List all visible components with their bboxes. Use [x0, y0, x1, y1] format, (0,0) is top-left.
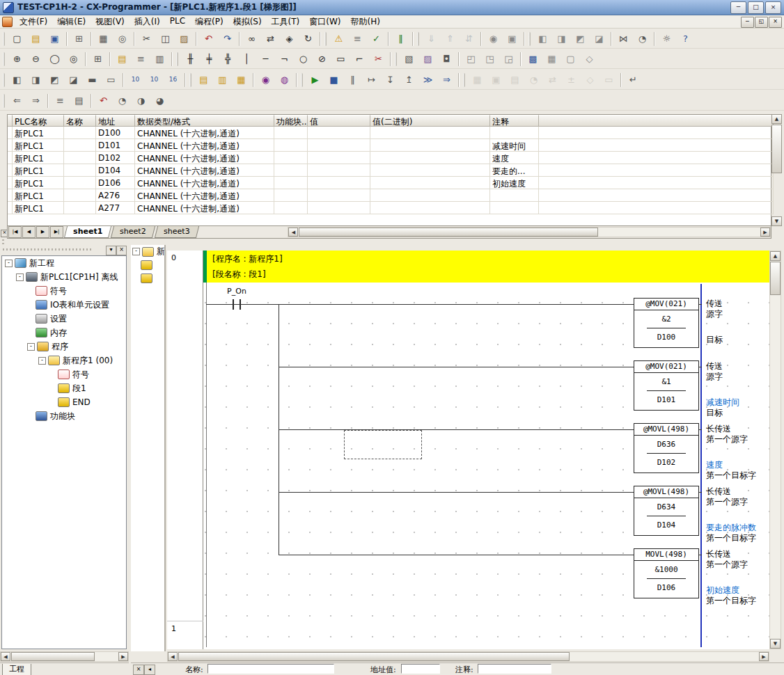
mini-tree-item[interactable]: -新 [131, 245, 164, 258]
watch-panel-grip[interactable]: × [0, 114, 7, 239]
io-table-view-button[interactable]: ▦ [543, 51, 560, 68]
watch-cell[interactable] [64, 202, 96, 214]
sheet-tab-sheet3[interactable]: sheet3 [155, 226, 199, 238]
sheet-tab-sheet2[interactable]: sheet2 [111, 226, 155, 238]
instruction-block[interactable]: @MOV(021)&2D100 [634, 298, 699, 348]
tree-horizontal-scrollbar[interactable]: ◀▶ [0, 651, 129, 662]
tree-expander[interactable]: - [16, 273, 24, 281]
watch-cell[interactable] [308, 152, 370, 164]
new-vertical-line-button[interactable]: │ [238, 51, 256, 68]
scrollbar-thumb[interactable] [11, 652, 95, 661]
watch-cell[interactable] [8, 202, 13, 214]
immediate-refresh-button[interactable]: ◕ [151, 93, 168, 109]
context-help-button[interactable]: ? [677, 31, 694, 47]
watch-cell[interactable] [64, 189, 96, 202]
tree-item[interactable]: 段1 [2, 381, 126, 395]
retrace-button[interactable]: ↻ [299, 31, 317, 47]
big-monitor-button[interactable]: ▩ [524, 51, 542, 68]
compare-programs-button[interactable]: ⊞ [70, 31, 88, 47]
minimize-button[interactable]: ─ [730, 1, 746, 14]
run-to-cursor-button[interactable]: ⇒ [438, 72, 455, 88]
watch-cell[interactable] [8, 164, 13, 177]
watch-cell[interactable] [8, 139, 13, 152]
scrollbar-thumb[interactable] [770, 262, 781, 295]
tree-item[interactable]: END [2, 395, 126, 409]
watch-cell[interactable] [8, 189, 13, 202]
replace-button[interactable]: ⇄ [262, 31, 279, 47]
differential-up-button[interactable]: ◔ [113, 93, 131, 109]
operand-2[interactable]: D100 [634, 328, 698, 346]
toolbar-grip[interactable] [528, 32, 531, 46]
tree-item[interactable]: 符号 [2, 367, 126, 381]
watch-cell[interactable]: 初始速度 [490, 177, 539, 189]
scroll-left-button[interactable]: ◀ [168, 652, 178, 661]
invert-element-button[interactable]: ⌐ [351, 51, 368, 68]
new-coil-button[interactable]: ○ [295, 51, 312, 68]
watch-cell[interactable]: 新PLC1 [13, 152, 64, 164]
tree-expander[interactable]: - [27, 343, 35, 351]
watch-cell[interactable]: 要走的... [490, 164, 539, 177]
zoom-100-button[interactable]: ◯ [46, 51, 63, 68]
operand-1[interactable]: &1 [634, 373, 698, 390]
operand-1[interactable]: D634 [634, 498, 698, 516]
watch-cell[interactable] [274, 177, 308, 189]
zoom-out-button[interactable]: ⊖ [27, 51, 45, 68]
watch-cell[interactable]: 速度 [490, 152, 539, 164]
watch-cell[interactable]: D106 [96, 177, 135, 189]
watch-cell[interactable]: A276 [96, 189, 135, 202]
watch-cell[interactable] [539, 152, 774, 164]
paste-button[interactable]: ▨ [175, 31, 193, 47]
tree-close-button[interactable]: × [116, 246, 127, 255]
window-cascade-button[interactable]: ◧ [534, 31, 551, 47]
watch-cell[interactable] [490, 202, 539, 214]
menu-item[interactable]: 工具(T) [267, 15, 305, 29]
watch-cell[interactable] [490, 127, 539, 139]
cascade-view-button[interactable]: ◩ [46, 72, 63, 88]
menu-item[interactable]: 帮助(H) [346, 15, 385, 29]
cut-button[interactable]: ✂ [138, 31, 155, 47]
watch-column-header[interactable] [8, 115, 13, 127]
sheet-tab-sheet1[interactable]: sheet1 [64, 226, 111, 238]
watch-cell[interactable]: CHANNEL (十六进制,通道) [135, 189, 274, 202]
watch-window-button[interactable]: ◔ [634, 31, 651, 47]
watch-cell[interactable]: D102 [96, 152, 135, 164]
watch-cell[interactable] [370, 202, 490, 214]
watch-cell[interactable]: 新PLC1 [13, 127, 64, 139]
watch-cell[interactable] [308, 177, 370, 189]
redo-button[interactable]: ↷ [219, 31, 236, 47]
print-button[interactable]: ▦ [95, 31, 112, 47]
watch-cell[interactable] [539, 139, 774, 152]
menu-item[interactable]: 模拟(S) [228, 15, 267, 29]
watch-cell[interactable] [64, 177, 96, 189]
window-arrange-icons-button[interactable]: ◪ [590, 31, 608, 47]
step-out-button[interactable]: ↥ [400, 72, 418, 88]
new-instruction-button[interactable]: ▭ [332, 51, 350, 68]
menu-item[interactable]: 编辑(E) [52, 15, 91, 29]
toolbar-grip[interactable] [3, 32, 5, 46]
output-window-button[interactable]: ▬ [84, 72, 101, 88]
watch-cell[interactable] [274, 202, 308, 214]
watch-cell[interactable]: CHANNEL (十六进制,通道) [135, 152, 274, 164]
compile-button[interactable]: ⚠ [330, 31, 347, 47]
address-reference-button[interactable]: ≡ [132, 51, 150, 68]
scroll-right-button[interactable]: ▶ [760, 228, 770, 237]
monitor-mode-button[interactable]: ▣ [503, 31, 521, 47]
workspace-toggle-button[interactable]: ◪ [65, 72, 82, 88]
tree-expander[interactable]: - [132, 248, 140, 255]
indent-left-button[interactable]: ⇐ [8, 93, 26, 109]
watch-cell[interactable] [539, 177, 774, 189]
watch-cell[interactable] [64, 127, 96, 139]
operand-2[interactable]: D102 [634, 454, 698, 471]
watch-column-header[interactable]: PLC名称 [13, 115, 64, 127]
operand-2[interactable]: D101 [634, 391, 698, 408]
section-list-button[interactable]: ▧ [400, 51, 418, 68]
mini-tree-item[interactable] [131, 271, 164, 285]
menu-item[interactable]: 文件(F) [15, 15, 52, 29]
tree-pin-button[interactable]: ▾ [106, 246, 116, 255]
watch-cell[interactable] [8, 152, 13, 164]
new-not-button[interactable]: ¬ [276, 51, 293, 68]
watch-cell[interactable] [8, 177, 13, 189]
tree-item[interactable]: -程序 [2, 340, 126, 354]
menu-item[interactable]: 编程(P) [190, 15, 228, 29]
watch-window-toggle-button[interactable]: ▭ [102, 72, 120, 88]
